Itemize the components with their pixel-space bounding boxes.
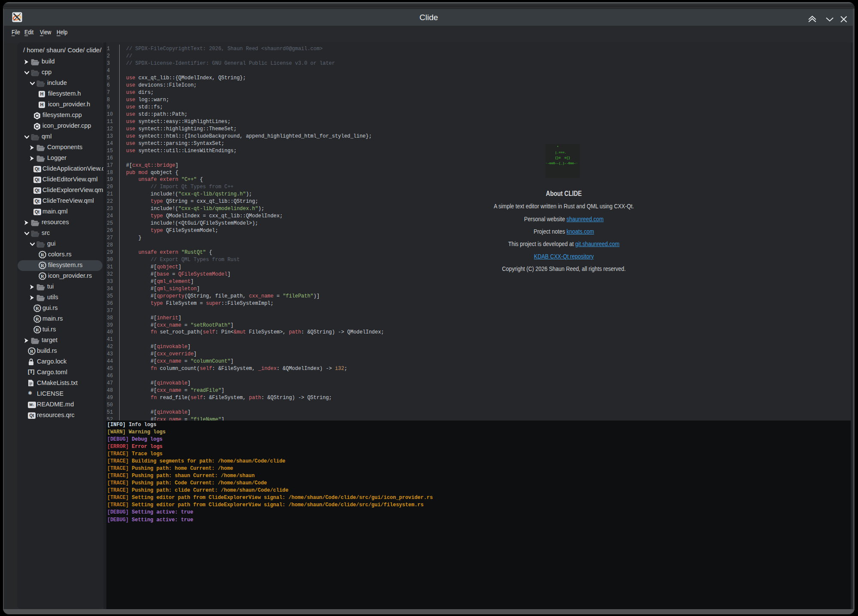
svg-text:R: R [36, 316, 39, 322]
svg-text:R: R [36, 306, 39, 311]
svg-text:R: R [36, 327, 39, 332]
svg-text:R: R [41, 273, 45, 279]
svg-text:R: R [30, 349, 34, 354]
svg-text:R: R [41, 263, 45, 268]
svg-text:R: R [41, 252, 45, 257]
